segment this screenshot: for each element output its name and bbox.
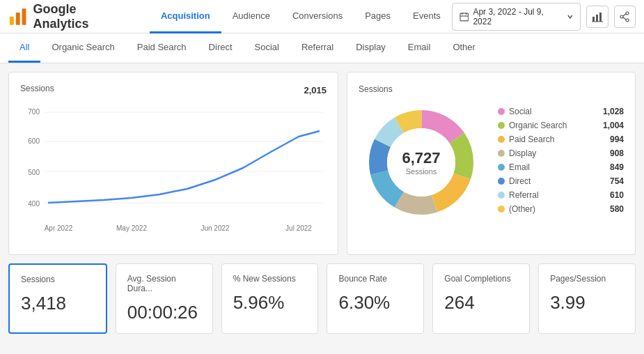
chevron-down-icon [567, 13, 574, 20]
nav-events[interactable]: Events [402, 0, 452, 33]
line-chart-area: 700 600 500 400 Apr 2022 May 2022 Jun 20… [20, 102, 327, 243]
metric-goal-completions[interactable]: Goal Completions 264 [432, 263, 530, 334]
metric-new-sessions[interactable]: % New Sessions 5.96% [221, 263, 319, 334]
legend-item-organic: Organic Search 1,004 [498, 121, 624, 130]
metrics-row: Sessions 3,418 Avg. Session Dura... 00:0… [8, 263, 636, 334]
metric-pages-session[interactable]: Pages/Session 3.99 [538, 263, 636, 334]
metric-bounce-rate-label: Bounce Rate [338, 274, 412, 284]
svg-point-11 [626, 12, 629, 15]
svg-text:500: 500 [28, 169, 40, 176]
metric-sessions-label: Sessions [21, 275, 95, 284]
legend-item-social: Social 1,028 [498, 107, 624, 116]
metric-avg-session-duration[interactable]: Avg. Session Dura... 00:00:26 [116, 263, 213, 334]
svg-text:Jul 2022: Jul 2022 [285, 224, 312, 232]
tab-direct[interactable]: Direct [198, 33, 244, 63]
sessions-donut-chart-panel: Sessions [347, 72, 636, 255]
legend-label-social: Social [509, 107, 532, 116]
svg-point-12 [620, 15, 623, 18]
svg-line-15 [623, 17, 626, 20]
svg-rect-2 [22, 8, 26, 25]
share-icon [619, 11, 630, 22]
legend-val-paid: 994 [610, 134, 624, 144]
nav-conversions[interactable]: Conversions [281, 0, 354, 33]
svg-text:600: 600 [28, 137, 40, 145]
metric-new-sessions-value: 5.96% [233, 292, 307, 314]
metric-bounce-rate[interactable]: Bounce Rate 6.30% [327, 263, 424, 334]
svg-rect-9 [599, 13, 602, 22]
nav-acquisition[interactable]: Acquisition [150, 0, 221, 33]
legend-dot-organic [498, 122, 505, 129]
legend-dot-email [498, 164, 505, 171]
date-range-label: Apr 3, 2022 - Jul 9, 2022 [473, 7, 562, 26]
tab-paid-search[interactable]: Paid Search [126, 33, 198, 63]
donut-chart: 6,727 Sessions [359, 100, 484, 225]
donut-legend: Social 1,028 Organic Search 1,004 Paid S… [498, 107, 624, 218]
calendar-icon [460, 12, 469, 22]
metric-sessions-value: 3,418 [21, 293, 95, 314]
legend-dot-direct [498, 178, 505, 185]
metric-sessions[interactable]: Sessions 3,418 [8, 263, 107, 334]
bar-chart-icon [592, 11, 603, 22]
legend-val-organic: 1,004 [603, 121, 624, 130]
date-picker[interactable]: Apr 3, 2022 - Jul 9, 2022 [452, 3, 581, 31]
svg-text:700: 700 [28, 108, 40, 116]
metric-bounce-rate-value: 6.30% [338, 292, 412, 314]
metric-avg-session-label: Avg. Session Dura... [127, 274, 201, 293]
legend-label-paid: Paid Search [509, 134, 554, 144]
legend-val-direct: 754 [610, 176, 624, 186]
line-chart-svg: 700 600 500 400 Apr 2022 May 2022 Jun 20… [20, 102, 327, 241]
metric-goal-completions-value: 264 [444, 292, 518, 314]
tabs-bar: All Organic Search Paid Search Direct So… [0, 33, 644, 63]
charts-row: Sessions 2,015 700 600 500 400 [8, 72, 636, 255]
legend-item-other: (Other) 580 [498, 204, 624, 214]
svg-rect-3 [460, 13, 469, 21]
chart-type-button[interactable] [586, 6, 608, 28]
legend-val-display: 908 [610, 148, 624, 158]
legend-item-referral: Referral 610 [498, 190, 624, 200]
legend-val-social: 1,028 [603, 107, 624, 116]
svg-text:400: 400 [28, 200, 40, 208]
tab-social[interactable]: Social [244, 33, 290, 63]
svg-line-14 [623, 14, 626, 16]
legend-label-display: Display [509, 148, 536, 158]
legend-item-paid: Paid Search 994 [498, 134, 624, 144]
legend-dot-referral [498, 192, 505, 199]
legend-val-email: 849 [610, 162, 624, 172]
svg-point-13 [626, 19, 629, 22]
main-content: Sessions 2,015 700 600 500 400 [0, 63, 644, 342]
tab-referral[interactable]: Referral [290, 33, 345, 63]
legend-item-email: Email 849 [498, 162, 624, 172]
svg-rect-8 [596, 15, 598, 22]
legend-label-other: (Other) [509, 204, 535, 214]
svg-rect-0 [10, 17, 14, 25]
nav-pages[interactable]: Pages [354, 0, 402, 33]
donut-container: 6,727 Sessions Social 1,028 Organic Sear… [359, 100, 624, 225]
legend-dot-social [498, 108, 505, 115]
share-button[interactable] [614, 6, 636, 28]
tab-email[interactable]: Email [397, 33, 442, 63]
metric-pages-session-label: Pages/Session [550, 274, 624, 284]
tab-organic-search[interactable]: Organic Search [40, 33, 125, 63]
legend-label-direct: Direct [509, 176, 531, 186]
tab-all[interactable]: All [8, 33, 40, 63]
svg-text:Apr 2022: Apr 2022 [45, 224, 73, 232]
donut-sessions-label: Sessions [402, 167, 440, 176]
metric-goal-completions-label: Goal Completions [444, 274, 518, 284]
svg-text:Jun 2022: Jun 2022 [201, 224, 230, 232]
donut-center-label: 6,727 Sessions [402, 149, 440, 176]
legend-dot-other [498, 206, 505, 213]
donut-total: 6,727 [402, 149, 440, 167]
logo: Google Analytics [8, 2, 133, 31]
nav-audience[interactable]: Audience [221, 0, 281, 33]
donut-chart-title: Sessions [359, 84, 393, 94]
legend-label-organic: Organic Search [509, 121, 567, 130]
main-nav: Acquisition Audience Conversions Pages E… [150, 0, 452, 33]
metric-pages-session-value: 3.99 [550, 292, 624, 314]
svg-rect-7 [592, 17, 595, 22]
legend-val-other: 580 [610, 204, 624, 214]
logo-text: Google Analytics [33, 2, 132, 31]
legend-label-email: Email [509, 162, 530, 172]
tab-other[interactable]: Other [441, 33, 487, 63]
tab-display[interactable]: Display [345, 33, 397, 63]
svg-text:May 2022: May 2022 [116, 224, 147, 232]
